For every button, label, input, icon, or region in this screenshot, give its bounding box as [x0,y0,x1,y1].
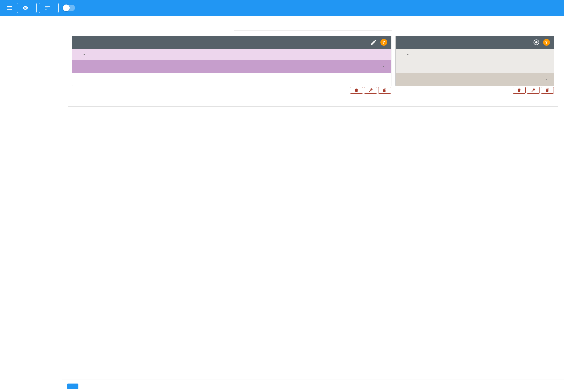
copy-button[interactable] [378,87,391,94]
close-button[interactable] [67,384,78,389]
menu-button[interactable] [5,3,15,13]
app-header [0,0,564,16]
sidebar [0,16,62,392]
settings-button[interactable] [527,87,540,94]
card-actions [350,86,391,94]
main-canvas: ? [62,16,564,392]
width-select[interactable] [400,52,431,57]
advanced-row[interactable] [396,73,554,86]
ignore-width-toggle[interactable] [63,5,75,11]
options-block[interactable] [396,60,554,73]
card-field-select[interactable]: ? [395,36,554,86]
chevron-down-icon [82,52,87,57]
width-select[interactable] [76,52,107,57]
sort-icon [44,5,50,11]
radio-icon [532,38,540,46]
pencil-icon [370,38,378,46]
card-actions [513,86,554,94]
chevron-down-icon [544,77,549,82]
help-icon[interactable]: ? [543,39,550,46]
eye-icon [22,5,28,11]
chevron-down-icon [381,64,386,69]
menu-icon [6,5,13,11]
card-field-text[interactable]: ? [72,36,391,86]
help-icon[interactable]: ? [380,39,387,46]
settings-button[interactable] [364,87,377,94]
delete-button[interactable] [350,87,363,94]
preview-button[interactable] [17,3,37,13]
template-name-value[interactable] [234,28,392,30]
delete-button[interactable] [513,87,526,94]
sort-button[interactable] [39,3,59,13]
footer-bar [62,380,564,392]
copy-button[interactable] [541,87,554,94]
advanced-row[interactable] [72,60,391,73]
chevron-down-icon [405,52,410,57]
